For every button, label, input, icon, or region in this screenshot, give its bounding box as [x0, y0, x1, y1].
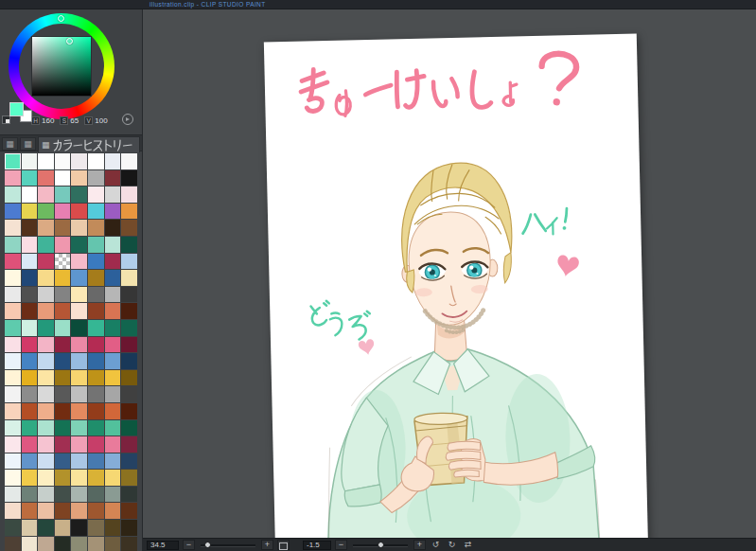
- color-swatch[interactable]: [5, 320, 21, 336]
- color-swatch[interactable]: [55, 153, 71, 169]
- color-swatch[interactable]: [55, 470, 71, 486]
- sv-square[interactable]: [31, 36, 92, 97]
- color-swatch[interactable]: [88, 153, 104, 169]
- color-swatch[interactable]: [38, 153, 54, 169]
- color-swatch[interactable]: [88, 487, 104, 503]
- color-swatch[interactable]: [22, 436, 38, 453]
- tab-color-history[interactable]: ▦: [38, 136, 140, 152]
- color-swatch[interactable]: [38, 287, 54, 303]
- color-swatch[interactable]: [105, 487, 121, 503]
- color-swatch[interactable]: [38, 470, 54, 486]
- color-swatch[interactable]: [38, 420, 54, 436]
- drawing-canvas[interactable]: [264, 34, 648, 538]
- color-swatch[interactable]: [5, 153, 21, 169]
- color-swatch[interactable]: [121, 254, 137, 270]
- color-swatch[interactable]: [38, 537, 54, 551]
- color-swatch[interactable]: [5, 170, 21, 187]
- color-swatch[interactable]: [22, 237, 38, 253]
- color-swatch[interactable]: [88, 420, 104, 436]
- color-swatch[interactable]: [71, 220, 87, 236]
- color-swatch[interactable]: [121, 420, 137, 436]
- zoom-value-field[interactable]: 34.5: [147, 541, 179, 550]
- color-swatch[interactable]: [55, 537, 71, 551]
- transparent-swatch[interactable]: [55, 254, 71, 270]
- color-swatch[interactable]: [121, 436, 137, 453]
- color-swatch[interactable]: [105, 503, 121, 519]
- color-swatch[interactable]: [55, 237, 71, 253]
- color-swatch[interactable]: [5, 537, 21, 551]
- color-swatch[interactable]: [88, 337, 104, 353]
- color-swatch[interactable]: [55, 204, 71, 220]
- zoom-in-button[interactable]: +: [261, 540, 273, 550]
- color-swatch[interactable]: [55, 170, 71, 187]
- color-swatch[interactable]: [121, 320, 137, 336]
- rotation-value-field[interactable]: -1.5: [303, 541, 331, 550]
- color-swatch[interactable]: [88, 254, 104, 270]
- color-swatch[interactable]: [71, 320, 87, 336]
- color-swatch[interactable]: [5, 337, 21, 353]
- reset-rotation-ccw-icon[interactable]: ↺: [430, 540, 442, 550]
- color-swatch[interactable]: [55, 503, 71, 519]
- color-swatch[interactable]: [38, 353, 54, 369]
- sv-indicator[interactable]: [66, 38, 73, 44]
- color-swatch[interactable]: [5, 287, 21, 303]
- color-swatch[interactable]: [105, 370, 121, 386]
- color-swatch[interactable]: [55, 320, 71, 336]
- color-swatch[interactable]: [5, 436, 21, 453]
- color-swatch[interactable]: [38, 170, 54, 187]
- color-swatch[interactable]: [38, 487, 54, 503]
- color-swatch[interactable]: [121, 453, 137, 470]
- color-swatch[interactable]: [5, 270, 21, 286]
- color-swatch[interactable]: [71, 337, 87, 353]
- color-swatch[interactable]: [88, 436, 104, 453]
- color-swatch[interactable]: [105, 170, 121, 187]
- color-swatch[interactable]: [22, 220, 38, 236]
- color-swatch[interactable]: [105, 254, 121, 270]
- color-swatch[interactable]: [22, 303, 38, 319]
- color-swatch[interactable]: [121, 353, 137, 369]
- color-swatch[interactable]: [121, 170, 137, 187]
- color-swatch[interactable]: [88, 370, 104, 386]
- color-swatch[interactable]: [38, 204, 54, 220]
- color-swatch[interactable]: [22, 537, 38, 551]
- color-swatch[interactable]: [71, 436, 87, 453]
- color-swatch[interactable]: [55, 287, 71, 303]
- color-swatch[interactable]: [5, 470, 21, 486]
- color-swatch[interactable]: [38, 254, 54, 270]
- color-swatch[interactable]: [5, 254, 21, 270]
- color-swatch[interactable]: [22, 204, 38, 220]
- color-swatch[interactable]: [71, 370, 87, 386]
- zoom-slider[interactable]: [199, 540, 257, 550]
- color-swatch[interactable]: [88, 170, 104, 187]
- rotate-cw-button[interactable]: +: [413, 540, 426, 550]
- color-swatch[interactable]: [88, 303, 104, 319]
- color-swatch[interactable]: [71, 303, 87, 319]
- color-swatch[interactable]: [105, 420, 121, 436]
- color-swatch[interactable]: [88, 204, 104, 220]
- color-swatch[interactable]: [105, 537, 121, 551]
- color-swatch[interactable]: [121, 403, 137, 419]
- color-swatch[interactable]: [105, 453, 121, 470]
- color-swatch[interactable]: [71, 237, 87, 253]
- color-swatch[interactable]: [105, 204, 121, 220]
- color-swatch[interactable]: [38, 436, 54, 453]
- color-swatch[interactable]: [5, 204, 21, 220]
- color-swatch[interactable]: [71, 170, 87, 187]
- color-swatch[interactable]: [105, 403, 121, 419]
- color-swatch[interactable]: [88, 503, 104, 519]
- color-swatch[interactable]: [22, 353, 38, 369]
- zoom-slider-handle[interactable]: [204, 542, 211, 548]
- rotation-slider-handle[interactable]: [378, 542, 384, 548]
- document-tab[interactable]: illustration.clip - CLIP STUDIO PAINT: [149, 1, 266, 8]
- color-swatch[interactable]: [88, 537, 104, 551]
- color-swatch[interactable]: [121, 204, 137, 220]
- color-swatch[interactable]: [105, 287, 121, 303]
- color-swatch[interactable]: [5, 487, 21, 503]
- color-swatch[interactable]: [121, 470, 137, 486]
- color-swatch[interactable]: [71, 386, 87, 402]
- color-swatch[interactable]: [22, 520, 38, 536]
- color-swatch[interactable]: [71, 270, 87, 286]
- color-swatch[interactable]: [22, 187, 38, 203]
- color-swatch[interactable]: [55, 403, 71, 419]
- color-swatch[interactable]: [5, 220, 21, 236]
